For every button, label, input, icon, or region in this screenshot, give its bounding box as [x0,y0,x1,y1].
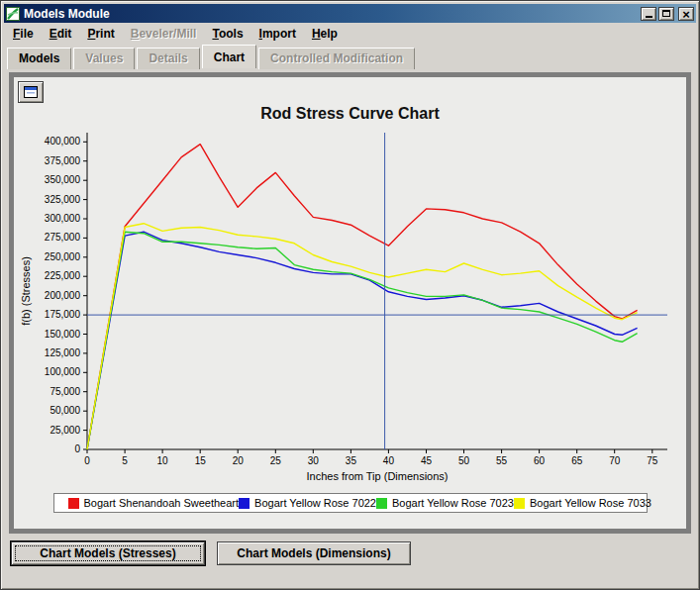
legend-item: Bogart Yellow Rose 7023 [376,497,514,509]
svg-text:f(b) (Stresses): f(b) (Stresses) [20,256,32,326]
svg-text:5: 5 [122,455,128,466]
legend-swatch [239,498,250,509]
svg-text:Inches from Tip (Dimensions): Inches from Tip (Dimensions) [306,470,448,482]
menubar: FileEditPrintBeveler/MillToolsImportHelp [1,23,699,45]
svg-text:300,000: 300,000 [44,213,80,224]
svg-text:70: 70 [609,455,621,466]
svg-text:50: 50 [457,455,469,466]
series-line-3 [87,224,638,449]
chart-toolbar [14,77,686,105]
legend-swatch [376,498,387,509]
tab-chart[interactable]: Chart [202,45,256,68]
svg-text:25,000: 25,000 [50,425,80,436]
legend-label: Bogart Yellow Rose 7022 [254,497,376,509]
legend-item: Bogart Yellow Rose 7033 [514,497,651,509]
chart-panel: Rod Stress Curve Chart 025,00050,00075,0… [9,72,691,534]
svg-text:125,000: 125,000 [44,347,80,358]
svg-text:325,000: 325,000 [44,194,80,205]
svg-text:150,000: 150,000 [44,329,80,340]
svg-text:60: 60 [534,455,546,466]
tabbar: ModelsValuesDetailsChartControlled Modif… [1,45,699,68]
legend-label: Bogart Yellow Rose 7033 [530,497,651,509]
minimize-button[interactable] [641,7,656,21]
svg-text:10: 10 [156,455,168,466]
svg-text:275,000: 275,000 [44,232,80,243]
tab-details: Details [137,48,199,69]
window-title: Models Module [24,7,639,21]
chart-area[interactable]: 025,00050,00075,000100,000125,000150,000… [18,125,683,489]
models-module-window: Models Module FileEditPrintBeveler/MillT… [0,0,700,590]
menu-item-beveler-mill: Beveler/Mill [123,25,205,43]
chart-svg[interactable]: 025,00050,00075,000100,000125,000150,000… [18,125,683,485]
legend-swatch [514,498,525,509]
svg-text:250,000: 250,000 [44,251,80,262]
legend-label: Bogart Yellow Rose 7023 [392,497,514,509]
svg-text:40: 40 [382,455,394,466]
maximize-icon [662,10,670,17]
titlebar[interactable]: Models Module [4,4,696,23]
menu-item-help[interactable]: Help [304,25,346,43]
series-line-1 [87,232,638,449]
svg-text:175,000: 175,000 [44,309,80,320]
chart-window-icon [24,86,38,98]
menu-item-file[interactable]: File [5,25,42,43]
legend-item: Bogart Shenandoah Sweetheart [68,497,240,509]
series-line-2 [87,232,638,449]
footer: Chart Models (Stresses)Chart Models (Dim… [11,541,699,565]
svg-text:35: 35 [345,455,356,466]
close-button[interactable] [678,7,694,21]
svg-text:30: 30 [307,455,319,466]
minimize-icon [646,16,652,18]
svg-text:0: 0 [84,455,90,466]
legend-item: Bogart Yellow Rose 7022 [239,497,376,509]
tab-controlled-modification: Controlled Modification [258,48,415,69]
svg-text:45: 45 [420,455,432,466]
menu-item-print[interactable]: Print [79,25,122,43]
svg-text:50,000: 50,000 [50,405,80,416]
svg-text:225,000: 225,000 [44,270,80,281]
tab-models[interactable]: Models [7,48,71,69]
series-line-0 [87,145,638,449]
menu-item-import[interactable]: Import [251,25,304,43]
svg-text:75,000: 75,000 [50,386,80,397]
chart-dimensions-button[interactable]: Chart Models (Dimensions) [217,541,411,565]
window-controls [639,7,694,21]
svg-text:0: 0 [74,443,80,454]
svg-text:65: 65 [571,455,583,466]
svg-text:75: 75 [647,455,658,466]
svg-text:25: 25 [269,455,281,466]
svg-text:15: 15 [194,455,206,466]
menu-item-tools[interactable]: Tools [204,25,250,43]
svg-text:400,000: 400,000 [44,136,80,147]
chart-toolbar-button[interactable] [18,81,44,103]
legend: Bogart Shenandoah Sweetheart Bogart Yell… [53,493,648,513]
app-icon [6,7,20,21]
svg-text:375,000: 375,000 [44,155,80,166]
svg-text:100,000: 100,000 [44,366,80,377]
chart-stresses-button[interactable]: Chart Models (Stresses) [11,541,205,565]
maximize-button[interactable] [658,7,674,21]
menu-item-edit[interactable]: Edit [42,25,80,43]
close-icon [682,5,690,23]
svg-text:200,000: 200,000 [44,290,80,301]
svg-text:20: 20 [232,455,244,466]
legend-swatch [68,498,79,509]
chart-title: Rod Stress Curve Chart [14,105,686,125]
tab-values: Values [73,48,135,69]
legend-label: Bogart Shenandoah Sweetheart [84,497,240,509]
svg-text:55: 55 [496,455,508,466]
svg-text:350,000: 350,000 [44,174,80,185]
